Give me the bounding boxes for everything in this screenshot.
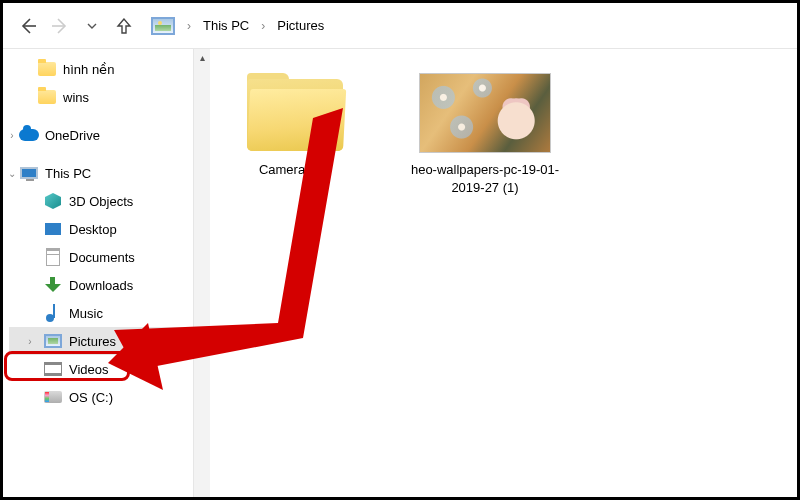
breadcrumb-segment[interactable]: This PC xyxy=(203,18,249,33)
chevron-right-icon: › xyxy=(187,19,191,33)
chevron-right-icon: › xyxy=(261,19,265,33)
documents-icon xyxy=(46,248,60,266)
breadcrumb[interactable]: › This PC › Pictures xyxy=(151,17,324,35)
folder-icon xyxy=(38,62,56,76)
tree-item-pictures[interactable]: › Pictures xyxy=(9,327,193,355)
tree-item-label: Downloads xyxy=(69,278,133,293)
pictures-icon xyxy=(44,334,62,348)
up-button[interactable] xyxy=(109,11,139,41)
back-button[interactable] xyxy=(13,11,43,41)
onedrive-icon xyxy=(19,129,39,141)
expand-chevron-icon[interactable]: › xyxy=(25,336,35,346)
tree-item-label: Pictures xyxy=(69,334,116,349)
folder-icon xyxy=(38,90,56,104)
folder-icon xyxy=(247,73,343,151)
tree-scrollbar[interactable]: ▴ xyxy=(193,49,210,497)
tree-item[interactable]: wins xyxy=(9,83,193,111)
tree-item-documents[interactable]: Documents xyxy=(9,243,193,271)
tree-item-label: This PC xyxy=(45,166,91,181)
tree-item-label: 3D Objects xyxy=(69,194,133,209)
recent-locations-button[interactable] xyxy=(77,11,107,41)
image-thumbnail xyxy=(419,73,551,153)
tree-item-os-drive[interactable]: OS (C:) xyxy=(9,383,193,411)
tree-item-label: wins xyxy=(63,90,89,105)
address-bar: › This PC › Pictures xyxy=(3,3,797,49)
item-label: heo-wallpapers-pc-19-01-2019-27 (1) xyxy=(410,161,560,196)
tree-item-downloads[interactable]: Downloads xyxy=(9,271,193,299)
collapse-chevron-icon[interactable]: ⌄ xyxy=(7,168,17,178)
navigation-pane: hình nền wins › OneDrive ⌄ This PC 3D Ob… xyxy=(3,49,193,497)
downloads-icon xyxy=(45,277,61,293)
videos-icon xyxy=(44,362,62,376)
tree-item[interactable]: hình nền xyxy=(9,55,193,83)
tree-item-desktop[interactable]: Desktop xyxy=(9,215,193,243)
tree-item-label: OneDrive xyxy=(45,128,100,143)
image-item[interactable]: heo-wallpapers-pc-19-01-2019-27 (1) xyxy=(410,73,560,196)
tree-item-label: Music xyxy=(69,306,103,321)
scroll-up-icon[interactable]: ▴ xyxy=(194,49,210,66)
tree-item-videos[interactable]: Videos xyxy=(9,355,193,383)
tree-item-music[interactable]: Music xyxy=(9,299,193,327)
tree-item-label: hình nền xyxy=(63,62,114,77)
tree-item-label: OS (C:) xyxy=(69,390,113,405)
pictures-library-icon xyxy=(151,17,175,35)
drive-icon xyxy=(44,391,62,403)
content-pane[interactable]: Camera Roll heo-wallpapers-pc-19-01-2019… xyxy=(210,49,797,497)
tree-item-label: Desktop xyxy=(69,222,117,237)
this-pc-icon xyxy=(20,167,38,179)
tree-item-label: Documents xyxy=(69,250,135,265)
folder-item[interactable]: Camera Roll xyxy=(220,73,370,179)
tree-item-label: Videos xyxy=(69,362,109,377)
breadcrumb-segment[interactable]: Pictures xyxy=(277,18,324,33)
tree-item-3d-objects[interactable]: 3D Objects xyxy=(9,187,193,215)
tree-item-onedrive[interactable]: › OneDrive xyxy=(9,121,193,149)
expand-chevron-icon[interactable]: › xyxy=(7,130,17,140)
music-icon xyxy=(46,304,60,322)
desktop-icon xyxy=(45,223,61,235)
item-label: Camera Roll xyxy=(259,161,331,179)
tree-item-this-pc[interactable]: ⌄ This PC xyxy=(9,159,193,187)
forward-button[interactable] xyxy=(45,11,75,41)
3d-objects-icon xyxy=(45,193,61,209)
